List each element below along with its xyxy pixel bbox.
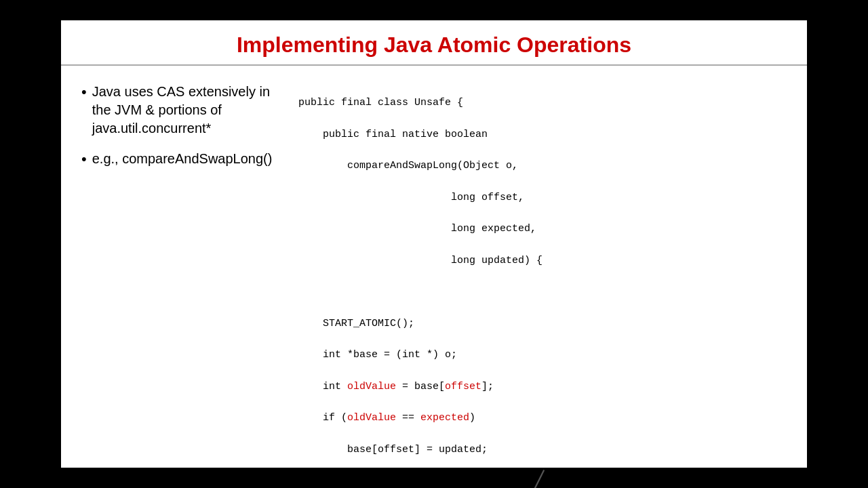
slide-title: Implementing Java Atomic Operations xyxy=(75,33,793,58)
bullet-text-2: e.g., compareAndSwapLong() xyxy=(92,150,273,168)
code-block: public final class Unsafe { public final… xyxy=(298,79,787,488)
code-line-3: compareAndSwapLong(Object o, xyxy=(298,158,787,174)
code-line-7 xyxy=(298,284,787,300)
slide-body: • Java uses CAS extensively in the JVM &… xyxy=(61,66,807,488)
code-line-10: int oldValue = base[offset]; xyxy=(298,379,787,394)
bullet-2: • e.g., compareAndSwapLong() xyxy=(81,150,285,169)
bullet-dot-2: • xyxy=(81,150,87,169)
bullet-1: • Java uses CAS extensively in the JVM &… xyxy=(81,83,285,138)
code-line-1: public final class Unsafe { xyxy=(298,95,787,110)
bullet-dot-1: • xyxy=(81,83,87,102)
code-line-5: long expected, xyxy=(298,221,787,237)
slide: Implementing Java Atomic Operations • Ja… xyxy=(61,20,807,468)
right-panel: public final class Unsafe { public final… xyxy=(298,79,787,488)
code-line-6: long updated) { xyxy=(298,253,787,268)
code-line-11: if (oldValue == expected) xyxy=(298,410,787,426)
left-panel: • Java uses CAS extensively in the JVM &… xyxy=(81,79,285,488)
svg-line-0 xyxy=(517,470,544,488)
slide-header: Implementing Java Atomic Operations xyxy=(61,20,807,66)
code-line-9: int *base = (int *) o; xyxy=(298,347,787,363)
arrow-icon xyxy=(488,466,570,489)
code-line-2: public final native boolean xyxy=(298,127,787,142)
code-line-4: long offset, xyxy=(298,190,787,205)
code-line-8: START_ATOMIC(); xyxy=(298,316,787,331)
code-line-12: base[offset] = updated; xyxy=(298,442,787,458)
bullet-text-1: Java uses CAS extensively in the JVM & p… xyxy=(92,83,285,138)
